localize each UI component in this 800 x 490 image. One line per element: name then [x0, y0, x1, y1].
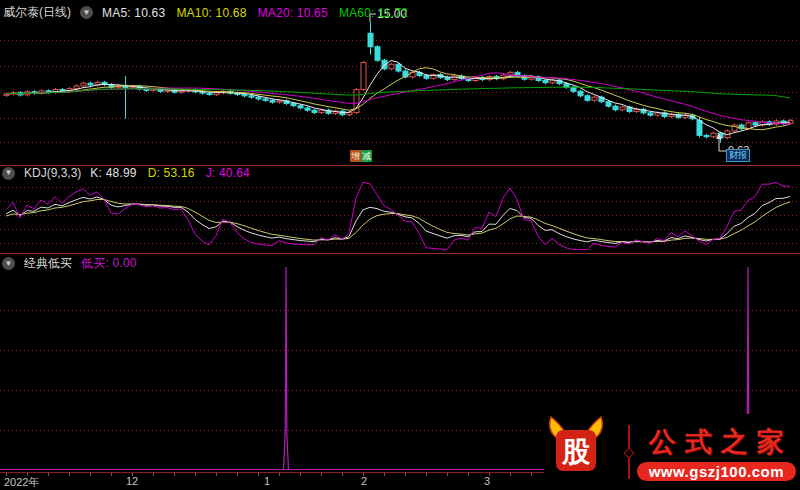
candle-body — [543, 81, 548, 83]
kdj-legend-item: D: 53.16 — [148, 166, 195, 180]
candle-body — [74, 86, 79, 89]
candle-body — [704, 135, 709, 136]
candle-body — [298, 106, 303, 108]
holdings-decrease-badge[interactable]: 减 — [361, 150, 372, 162]
candle-body — [256, 97, 261, 99]
ma-legend-item: MA5: 10.63 — [102, 6, 165, 20]
stock-chart-app: 威尔泰(日线) ▼ MA5: 10.63MA10: 10.68MA20: 10.… — [0, 0, 800, 490]
axis-label: 2022年 — [4, 475, 39, 490]
candle-body — [368, 33, 373, 47]
candle-body — [452, 76, 457, 80]
candle-body — [375, 47, 380, 61]
candle-body — [263, 99, 268, 100]
bull-stock-icon: 股 — [544, 414, 608, 474]
candle-body — [270, 100, 275, 102]
signal-legend-item: 低买: 0.00 — [81, 255, 137, 272]
candle-body — [424, 76, 429, 79]
kdj-title: KDJ(9,3,3) — [24, 166, 81, 180]
candle-body — [361, 63, 366, 90]
candle-body — [606, 102, 611, 107]
ma-legend-item: MA60: 11.72 — [339, 6, 408, 20]
buy-signal-spike — [284, 267, 289, 470]
svg-text:股: 股 — [561, 436, 591, 467]
candle-body — [319, 110, 324, 112]
axis-label: 2 — [361, 475, 367, 487]
main-panel-header: 威尔泰(日线) ▼ MA5: 10.63MA10: 10.68MA20: 10.… — [3, 4, 408, 21]
logo-title: 公式之家 — [649, 424, 793, 460]
chevron-down-icon[interactable]: ▼ — [2, 167, 15, 180]
candle-body — [312, 110, 317, 112]
candle-body — [277, 101, 282, 102]
candle-body — [697, 121, 702, 136]
candle-body — [207, 93, 212, 94]
signal-legend: 低买: 0.00 — [81, 255, 137, 272]
logo-url[interactable]: www.gszj100.com — [637, 462, 796, 481]
ma-legend-item: MA20: 10.65 — [258, 6, 328, 20]
candle-body — [249, 96, 254, 97]
signal-title: 经典低买 — [24, 255, 72, 272]
logo-divider — [628, 425, 630, 479]
candle-body — [585, 96, 590, 101]
chevron-down-icon[interactable]: ▼ — [80, 6, 93, 19]
candle-body — [88, 83, 93, 85]
ma-legend-item: MA10: 10.68 — [176, 6, 246, 20]
candle-body — [473, 77, 478, 80]
candle-body — [396, 64, 401, 71]
candle-body — [81, 83, 86, 86]
candle-body — [242, 94, 247, 95]
axis-label: 3 — [484, 475, 490, 487]
candle-body — [620, 107, 625, 110]
axis-label: 1 — [264, 475, 270, 487]
kdj-legend-item: J: 40.64 — [206, 166, 250, 180]
candle-body — [711, 133, 716, 137]
ma10-line — [6, 68, 790, 130]
candle-body — [648, 113, 653, 115]
holdings-increase-badge[interactable]: 增 — [350, 150, 361, 162]
candle-body — [655, 113, 660, 115]
gszj-logo: 股 公式之家 www.gszj100.com — [544, 414, 800, 490]
candle-body — [571, 87, 576, 91]
event-badges: 增 减 — [350, 150, 372, 162]
candle-body — [389, 64, 394, 69]
kdj-legend: K: 48.99D: 53.16J: 40.64 — [90, 166, 250, 180]
kdj-panel-header: ▼ KDJ(9,3,3) K: 48.99D: 53.16J: 40.64 — [2, 166, 250, 180]
diamond-icon — [623, 447, 634, 458]
stock-title: 威尔泰(日线) — [3, 4, 71, 21]
axis-label: 12 — [126, 475, 138, 487]
candle-body — [753, 123, 758, 125]
candle-body — [592, 97, 597, 100]
kdj-legend-item: K: 48.99 — [90, 166, 136, 180]
signal-panel-header: ▼ 经典低买 低买: 0.00 — [2, 255, 137, 272]
candle-body — [305, 108, 310, 110]
candle-body — [445, 77, 450, 79]
chevron-down-icon[interactable]: ▼ — [2, 257, 15, 270]
candle-body — [578, 91, 583, 96]
ma-legend: MA5: 10.63MA10: 10.68MA20: 10.65MA60: 11… — [102, 6, 408, 20]
financial-report-badge[interactable]: 财报 — [726, 149, 750, 162]
candle-body — [613, 106, 618, 110]
candle-body — [291, 103, 296, 105]
